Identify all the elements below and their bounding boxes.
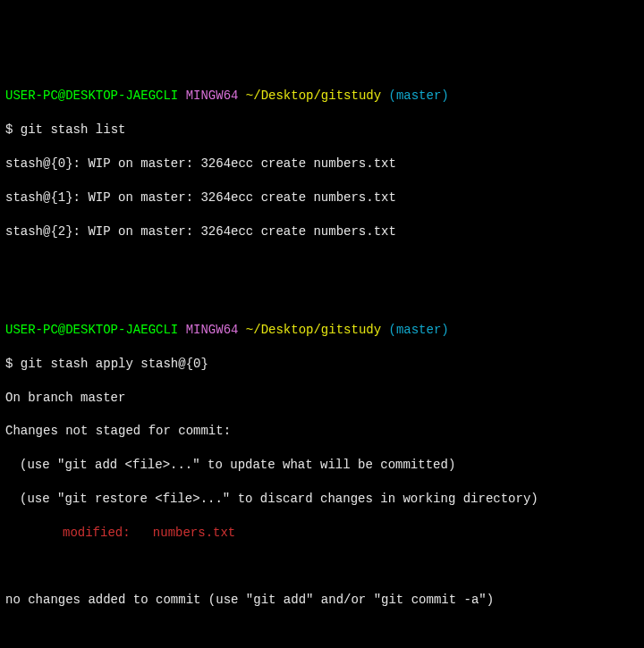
- modified-label: modified:: [63, 526, 153, 540]
- modified-file: numbers.txt: [153, 526, 235, 540]
- command-line: $ git stash apply stash@{0}: [5, 356, 639, 373]
- output-line: stash@{0}: WIP on master: 3264ecc create…: [5, 156, 639, 173]
- prompt-path: ~/Desktop/gitstudy: [246, 88, 381, 103]
- prompt-branch: (master): [389, 323, 449, 337]
- output-line: On branch master: [5, 390, 639, 407]
- output-line: (use "git add <file>..." to update what …: [5, 457, 639, 474]
- output-line: no changes added to commit (use "git add…: [5, 592, 639, 609]
- prompt-line: USER-PC@DESKTOP-JAEGCLI MINGW64 ~/Deskto…: [5, 88, 639, 105]
- output-line: Changes not staged for commit:: [5, 423, 639, 440]
- output-line: stash@{2}: WIP on master: 3264ecc create…: [5, 223, 639, 240]
- prompt-symbol: $: [5, 122, 13, 137]
- prompt-user: USER-PC@DESKTOP-JAEGCLI: [5, 88, 178, 103]
- output-line: stash@{1}: WIP on master: 3264ecc create…: [5, 189, 639, 206]
- command-text: git stash list: [21, 122, 126, 137]
- prompt-line: USER-PC@DESKTOP-JAEGCLI MINGW64 ~/Deskto…: [5, 322, 639, 339]
- prompt-path: ~/Desktop/gitstudy: [246, 323, 381, 337]
- terminal-block-1: USER-PC@DESKTOP-JAEGCLI MINGW64 ~/Deskto…: [5, 72, 639, 257]
- prompt-env: MINGW64: [186, 88, 239, 103]
- output-line: (use "git restore <file>..." to discard …: [5, 491, 639, 508]
- command-text: git stash apply stash@{0}: [21, 357, 208, 371]
- prompt-env: MINGW64: [186, 323, 239, 337]
- command-line: $ git stash list: [5, 122, 639, 139]
- prompt-symbol: $: [5, 357, 13, 371]
- prompt-user: USER-PC@DESKTOP-JAEGCLI: [5, 323, 178, 337]
- prompt-branch: (master): [389, 88, 449, 103]
- modified-line: modified: numbers.txt: [5, 525, 639, 542]
- terminal-block-2: USER-PC@DESKTOP-JAEGCLI MINGW64 ~/Deskto…: [5, 305, 639, 626]
